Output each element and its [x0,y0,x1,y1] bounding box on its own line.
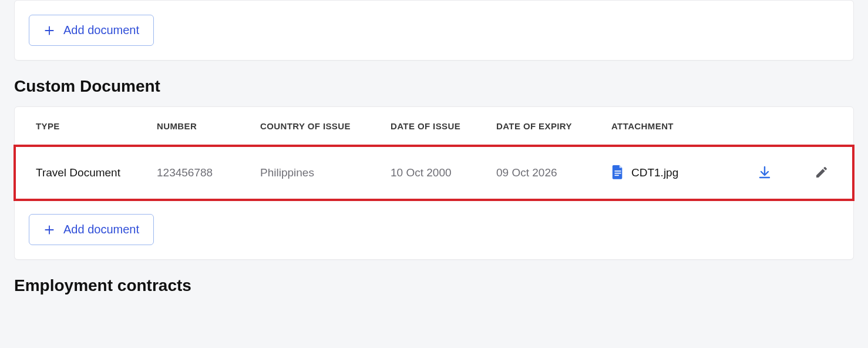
add-document-label: Add document [63,223,139,236]
custom-document-table: TYPE NUMBER COUNTRY OF ISSUE DATE OF ISS… [15,107,853,200]
custom-document-heading: Custom Document [14,77,854,96]
add-document-label: Add document [63,24,139,37]
prev-section-card: Add document [14,0,854,61]
table-header-row: TYPE NUMBER COUNTRY OF ISSUE DATE OF ISS… [15,107,853,146]
download-button[interactable] [754,162,775,183]
cell-type: Travel Document [15,146,150,200]
col-header-country: COUNTRY OF ISSUE [253,107,383,146]
plus-icon [43,224,55,236]
attachment-link[interactable]: CDT1.jpg [611,164,732,182]
employment-contracts-heading: Employment contracts [14,276,854,295]
add-document-button[interactable]: Add document [29,15,154,46]
cell-attachment: CDT1.jpg [604,146,739,200]
col-header-date-of-expiry: DATE OF EXPIRY [489,107,604,146]
svg-rect-4 [615,175,619,176]
col-header-type: TYPE [15,107,150,146]
download-icon [758,165,772,181]
svg-rect-2 [615,170,621,172]
col-header-date-of-issue: DATE OF ISSUE [383,107,489,146]
cell-country: Philippines [253,146,383,200]
table-row[interactable]: Travel Document 123456788 Philippines 10… [15,146,853,200]
add-document-button[interactable]: Add document [29,214,154,245]
pencil-icon [815,165,829,181]
svg-rect-3 [615,172,621,173]
edit-button[interactable] [811,162,832,183]
col-header-actions [739,107,853,146]
custom-document-card: TYPE NUMBER COUNTRY OF ISSUE DATE OF ISS… [14,106,854,260]
col-header-attachment: ATTACHMENT [604,107,739,146]
file-icon [611,164,624,182]
plus-icon [43,25,55,36]
col-header-number: NUMBER [150,107,253,146]
cell-date-of-issue: 10 Oct 2000 [383,146,489,200]
cell-number: 123456788 [150,146,253,200]
cell-date-of-expiry: 09 Oct 2026 [489,146,604,200]
attachment-filename: CDT1.jpg [631,166,678,179]
cell-actions [739,146,853,200]
